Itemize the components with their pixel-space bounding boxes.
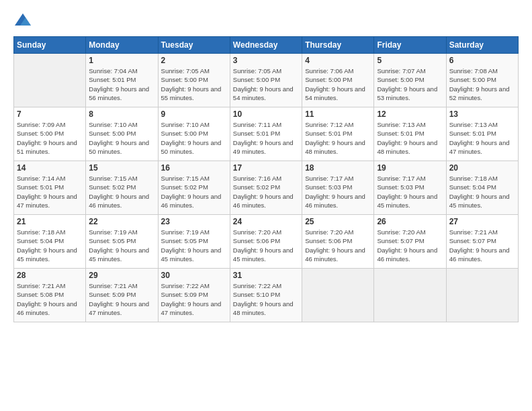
day-info: Sunrise: 7:11 AMSunset: 5:01 PMDaylight:… — [233, 120, 299, 156]
day-number: 6 — [449, 56, 515, 65]
day-info: Sunrise: 7:05 AMSunset: 5:00 PMDaylight:… — [161, 66, 227, 102]
calendar-cell: 22Sunrise: 7:19 AMSunset: 5:05 PMDayligh… — [86, 215, 158, 269]
day-number: 5 — [377, 56, 443, 65]
day-info: Sunrise: 7:05 AMSunset: 5:00 PMDaylight:… — [233, 66, 299, 102]
day-number: 19 — [377, 163, 443, 173]
calendar-cell: 13Sunrise: 7:13 AMSunset: 5:01 PMDayligh… — [446, 107, 518, 161]
day-number: 14 — [17, 163, 83, 173]
day-number: 27 — [449, 217, 515, 226]
calendar-cell: 18Sunrise: 7:17 AMSunset: 5:03 PMDayligh… — [302, 161, 374, 215]
calendar-cell — [14, 54, 86, 107]
calendar-cell: 12Sunrise: 7:13 AMSunset: 5:01 PMDayligh… — [374, 107, 446, 161]
day-info: Sunrise: 7:17 AMSunset: 5:03 PMDaylight:… — [305, 174, 371, 210]
calendar-week-5: 28Sunrise: 7:21 AMSunset: 5:08 PMDayligh… — [14, 269, 519, 322]
day-number: 17 — [233, 163, 299, 173]
calendar-cell: 11Sunrise: 7:12 AMSunset: 5:01 PMDayligh… — [302, 107, 374, 161]
day-header-thursday: Thursday — [302, 37, 374, 54]
calendar-cell: 20Sunrise: 7:18 AMSunset: 5:04 PMDayligh… — [446, 161, 518, 215]
calendar-cell: 10Sunrise: 7:11 AMSunset: 5:01 PMDayligh… — [230, 107, 302, 161]
calendar-cell: 14Sunrise: 7:14 AMSunset: 5:01 PMDayligh… — [14, 161, 86, 215]
day-info: Sunrise: 7:07 AMSunset: 5:00 PMDaylight:… — [377, 66, 443, 102]
day-number: 23 — [161, 217, 227, 226]
calendar-cell: 9Sunrise: 7:10 AMSunset: 5:00 PMDaylight… — [158, 107, 230, 161]
calendar-cell: 23Sunrise: 7:19 AMSunset: 5:05 PMDayligh… — [158, 215, 230, 269]
day-header-tuesday: Tuesday — [158, 37, 230, 54]
day-info: Sunrise: 7:08 AMSunset: 5:00 PMDaylight:… — [449, 66, 515, 102]
day-header-wednesday: Wednesday — [230, 37, 302, 54]
day-info: Sunrise: 7:21 AMSunset: 5:08 PMDaylight:… — [17, 281, 83, 317]
day-number: 9 — [161, 109, 227, 119]
day-number: 3 — [233, 56, 299, 65]
day-info: Sunrise: 7:10 AMSunset: 5:00 PMDaylight:… — [161, 120, 227, 156]
day-info: Sunrise: 7:15 AMSunset: 5:02 PMDaylight:… — [161, 174, 227, 210]
day-number: 21 — [17, 217, 83, 226]
day-number: 1 — [89, 56, 154, 65]
day-info: Sunrise: 7:16 AMSunset: 5:02 PMDaylight:… — [233, 174, 299, 210]
day-info: Sunrise: 7:13 AMSunset: 5:01 PMDaylight:… — [449, 120, 515, 156]
day-number: 12 — [377, 109, 443, 119]
calendar-cell: 27Sunrise: 7:21 AMSunset: 5:07 PMDayligh… — [446, 215, 518, 269]
day-number: 26 — [377, 217, 443, 226]
calendar-week-2: 7Sunrise: 7:09 AMSunset: 5:00 PMDaylight… — [14, 107, 519, 161]
day-info: Sunrise: 7:15 AMSunset: 5:02 PMDaylight:… — [89, 174, 154, 210]
day-info: Sunrise: 7:20 AMSunset: 5:07 PMDaylight:… — [377, 228, 443, 263]
calendar-cell: 28Sunrise: 7:21 AMSunset: 5:08 PMDayligh… — [14, 269, 86, 322]
day-number: 30 — [161, 271, 227, 280]
day-info: Sunrise: 7:21 AMSunset: 5:09 PMDaylight:… — [89, 281, 154, 317]
calendar-cell: 25Sunrise: 7:20 AMSunset: 5:06 PMDayligh… — [302, 215, 374, 269]
calendar-table: SundayMondayTuesdayWednesdayThursdayFrid… — [13, 36, 519, 322]
day-info: Sunrise: 7:12 AMSunset: 5:01 PMDaylight:… — [305, 120, 371, 156]
day-info: Sunrise: 7:18 AMSunset: 5:04 PMDaylight:… — [17, 228, 83, 263]
page: SundayMondayTuesdayWednesdayThursdayFrid… — [0, 0, 532, 411]
calendar-cell: 21Sunrise: 7:18 AMSunset: 5:04 PMDayligh… — [14, 215, 86, 269]
day-header-saturday: Saturday — [446, 37, 518, 54]
day-number: 31 — [233, 271, 299, 280]
day-header-sunday: Sunday — [14, 37, 86, 54]
calendar-header-row: SundayMondayTuesdayWednesdayThursdayFrid… — [14, 37, 519, 54]
calendar-cell: 30Sunrise: 7:22 AMSunset: 5:09 PMDayligh… — [158, 269, 230, 322]
calendar-cell: 2Sunrise: 7:05 AMSunset: 5:00 PMDaylight… — [158, 54, 230, 107]
day-number: 18 — [305, 163, 371, 173]
calendar-cell — [374, 269, 446, 322]
calendar-cell: 3Sunrise: 7:05 AMSunset: 5:00 PMDaylight… — [230, 54, 302, 107]
day-number: 10 — [233, 109, 299, 119]
day-info: Sunrise: 7:04 AMSunset: 5:01 PMDaylight:… — [89, 66, 154, 102]
logo — [13, 11, 35, 30]
calendar-week-3: 14Sunrise: 7:14 AMSunset: 5:01 PMDayligh… — [14, 161, 519, 215]
calendar-cell: 6Sunrise: 7:08 AMSunset: 5:00 PMDaylight… — [446, 54, 518, 107]
calendar-cell: 29Sunrise: 7:21 AMSunset: 5:09 PMDayligh… — [86, 269, 158, 322]
day-number: 11 — [305, 109, 371, 119]
day-number: 8 — [89, 109, 154, 119]
calendar-cell: 7Sunrise: 7:09 AMSunset: 5:00 PMDaylight… — [14, 107, 86, 161]
calendar-cell: 5Sunrise: 7:07 AMSunset: 5:00 PMDaylight… — [374, 54, 446, 107]
day-info: Sunrise: 7:19 AMSunset: 5:05 PMDaylight:… — [161, 228, 227, 263]
calendar-cell: 16Sunrise: 7:15 AMSunset: 5:02 PMDayligh… — [158, 161, 230, 215]
day-number: 22 — [89, 217, 154, 226]
day-info: Sunrise: 7:14 AMSunset: 5:01 PMDaylight:… — [17, 174, 83, 210]
day-info: Sunrise: 7:19 AMSunset: 5:05 PMDaylight:… — [89, 228, 154, 263]
calendar-cell: 26Sunrise: 7:20 AMSunset: 5:07 PMDayligh… — [374, 215, 446, 269]
day-number: 4 — [305, 56, 371, 65]
calendar-body: 1Sunrise: 7:04 AMSunset: 5:01 PMDaylight… — [14, 54, 519, 322]
day-info: Sunrise: 7:22 AMSunset: 5:09 PMDaylight:… — [161, 281, 227, 317]
calendar-cell: 31Sunrise: 7:22 AMSunset: 5:10 PMDayligh… — [230, 269, 302, 322]
day-number: 13 — [449, 109, 515, 119]
day-info: Sunrise: 7:17 AMSunset: 5:03 PMDaylight:… — [377, 174, 443, 210]
day-header-friday: Friday — [374, 37, 446, 54]
day-info: Sunrise: 7:21 AMSunset: 5:07 PMDaylight:… — [449, 228, 515, 263]
calendar-cell: 24Sunrise: 7:20 AMSunset: 5:06 PMDayligh… — [230, 215, 302, 269]
day-info: Sunrise: 7:20 AMSunset: 5:06 PMDaylight:… — [305, 228, 371, 263]
day-number: 15 — [89, 163, 154, 173]
day-info: Sunrise: 7:06 AMSunset: 5:00 PMDaylight:… — [305, 66, 371, 102]
day-info: Sunrise: 7:09 AMSunset: 5:00 PMDaylight:… — [17, 120, 83, 156]
calendar-cell: 1Sunrise: 7:04 AMSunset: 5:01 PMDaylight… — [86, 54, 158, 107]
day-number: 20 — [449, 163, 515, 173]
day-number: 7 — [17, 109, 83, 119]
calendar-cell: 17Sunrise: 7:16 AMSunset: 5:02 PMDayligh… — [230, 161, 302, 215]
day-info: Sunrise: 7:18 AMSunset: 5:04 PMDaylight:… — [449, 174, 515, 210]
logo-icon — [13, 11, 32, 30]
header — [13, 11, 519, 30]
day-number: 24 — [233, 217, 299, 226]
calendar-cell — [302, 269, 374, 322]
calendar-cell: 19Sunrise: 7:17 AMSunset: 5:03 PMDayligh… — [374, 161, 446, 215]
